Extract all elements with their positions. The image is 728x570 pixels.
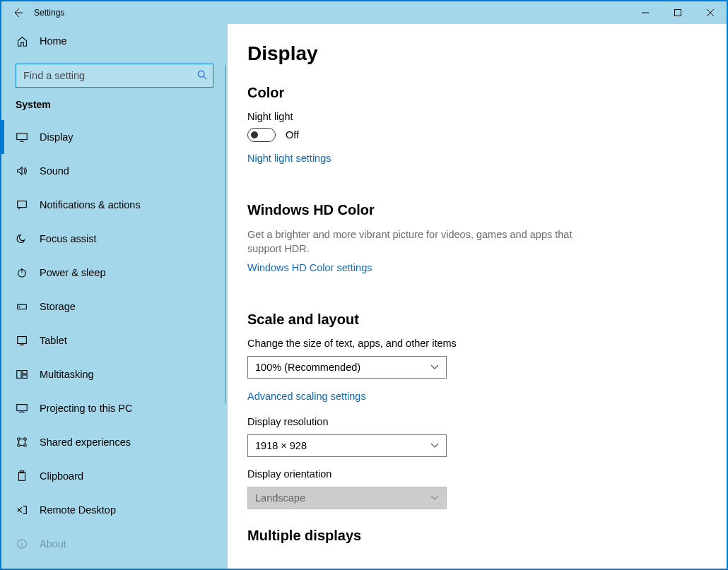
power-icon xyxy=(16,266,28,279)
display-icon xyxy=(16,131,28,143)
section-color-heading: Color xyxy=(247,85,707,101)
nightlight-state: Off xyxy=(286,129,299,141)
nav-list: Display Sound Notifications & actions Fo… xyxy=(1,120,228,561)
minimize-button[interactable] xyxy=(629,1,662,24)
back-button[interactable] xyxy=(1,7,34,18)
orientation-label: Display orientation xyxy=(247,468,707,480)
focus-assist-icon xyxy=(16,232,28,245)
projecting-icon xyxy=(16,402,28,415)
svg-rect-3 xyxy=(18,201,27,208)
sidebar: Home System Display Sound Notifications … xyxy=(1,24,228,569)
svg-rect-8 xyxy=(20,344,23,345)
sidebar-item-label: Display xyxy=(40,131,74,143)
svg-point-6 xyxy=(19,307,20,307)
sidebar-item-clipboard[interactable]: Clipboard xyxy=(1,459,228,493)
sidebar-item-power-sleep[interactable]: Power & sleep xyxy=(1,256,228,290)
section-hdcolor-heading: Windows HD Color xyxy=(247,202,707,218)
orientation-select: Landscape xyxy=(247,487,447,509)
sidebar-item-label: Clipboard xyxy=(40,470,83,482)
home-label: Home xyxy=(40,35,67,47)
scale-size-select[interactable]: 100% (Recommended) xyxy=(247,356,447,379)
home-button[interactable]: Home xyxy=(1,24,228,58)
storage-icon xyxy=(16,300,28,313)
multitasking-icon xyxy=(16,368,28,381)
sidebar-item-sound[interactable]: Sound xyxy=(1,154,228,188)
chevron-down-icon xyxy=(430,494,439,502)
svg-rect-11 xyxy=(23,375,27,379)
shared-experiences-icon xyxy=(16,436,28,449)
sidebar-item-notifications[interactable]: Notifications & actions xyxy=(1,188,228,222)
window-title: Settings xyxy=(34,8,629,18)
sidebar-scrollbar[interactable] xyxy=(225,65,226,404)
resolution-select[interactable]: 1918 × 928 xyxy=(247,434,447,457)
orientation-value: Landscape xyxy=(255,492,305,504)
sidebar-item-tablet[interactable]: Tablet xyxy=(1,323,228,357)
section-scale-heading: Scale and layout xyxy=(247,311,707,328)
sidebar-item-about[interactable]: About xyxy=(1,527,228,561)
sidebar-item-focus-assist[interactable]: Focus assist xyxy=(1,222,228,256)
svg-rect-9 xyxy=(17,371,21,379)
sidebar-item-label: Power & sleep xyxy=(40,267,106,278)
scale-size-label: Change the size of text, apps, and other… xyxy=(247,338,707,349)
titlebar: Settings xyxy=(1,1,727,24)
search-input[interactable] xyxy=(22,70,197,81)
remote-desktop-icon xyxy=(16,504,28,516)
notifications-icon xyxy=(16,198,28,211)
clipboard-icon xyxy=(16,470,28,482)
svg-point-16 xyxy=(24,444,27,447)
sidebar-item-storage[interactable]: Storage xyxy=(1,290,228,323)
sidebar-item-label: Tablet xyxy=(40,335,67,346)
resolution-value: 1918 × 928 xyxy=(255,440,307,451)
sidebar-item-label: Shared experiences xyxy=(40,437,131,448)
sidebar-item-label: Focus assist xyxy=(40,233,97,244)
close-button[interactable] xyxy=(694,1,727,24)
sidebar-item-shared-experiences[interactable]: Shared experiences xyxy=(1,425,228,459)
sidebar-item-display[interactable]: Display xyxy=(1,120,228,154)
svg-rect-0 xyxy=(675,10,681,16)
chevron-down-icon xyxy=(430,441,439,450)
svg-point-15 xyxy=(18,444,20,447)
svg-point-1 xyxy=(198,71,204,77)
about-icon xyxy=(16,538,28,550)
hdcolor-settings-link[interactable]: Windows HD Color settings xyxy=(247,262,372,273)
advanced-scaling-link[interactable]: Advanced scaling settings xyxy=(247,391,366,402)
sidebar-item-multitasking[interactable]: Multitasking xyxy=(1,357,228,391)
sidebar-item-label: Notifications & actions xyxy=(40,199,141,210)
svg-rect-12 xyxy=(17,405,27,411)
search-box[interactable] xyxy=(16,64,213,88)
sound-icon xyxy=(16,165,28,177)
svg-rect-17 xyxy=(19,473,25,481)
nightlight-settings-link[interactable]: Night light settings xyxy=(247,153,331,164)
sidebar-item-label: About xyxy=(40,538,66,550)
svg-rect-7 xyxy=(18,337,27,344)
window-controls xyxy=(629,1,727,24)
main-content: Display Color Night light Off Night ligh… xyxy=(228,24,727,569)
hdcolor-desc: Get a brighter and more vibrant picture … xyxy=(247,228,580,256)
sidebar-item-label: Projecting to this PC xyxy=(40,403,132,414)
sidebar-item-remote-desktop[interactable]: Remote Desktop xyxy=(1,493,228,527)
sidebar-item-projecting[interactable]: Projecting to this PC xyxy=(1,391,228,425)
nightlight-toggle[interactable] xyxy=(247,128,276,142)
search-icon xyxy=(197,70,207,82)
sidebar-item-label: Sound xyxy=(40,165,69,177)
sidebar-item-label: Storage xyxy=(40,301,76,312)
page-title: Display xyxy=(247,42,707,65)
svg-point-13 xyxy=(18,438,20,441)
nightlight-label: Night light xyxy=(247,111,707,122)
home-icon xyxy=(16,35,28,47)
chevron-down-icon xyxy=(430,363,439,372)
resolution-label: Display resolution xyxy=(247,416,707,427)
scale-size-value: 100% (Recommended) xyxy=(255,362,360,373)
svg-rect-10 xyxy=(23,371,27,374)
section-multiple-displays-heading: Multiple displays xyxy=(247,528,707,544)
sidebar-item-label: Remote Desktop xyxy=(40,504,116,516)
sidebar-item-label: Multitasking xyxy=(40,369,94,380)
sidebar-category: System xyxy=(1,99,228,110)
tablet-icon xyxy=(16,334,28,347)
maximize-button[interactable] xyxy=(662,1,694,24)
svg-rect-2 xyxy=(17,133,27,140)
selection-accent xyxy=(1,120,4,154)
svg-point-14 xyxy=(24,438,27,441)
